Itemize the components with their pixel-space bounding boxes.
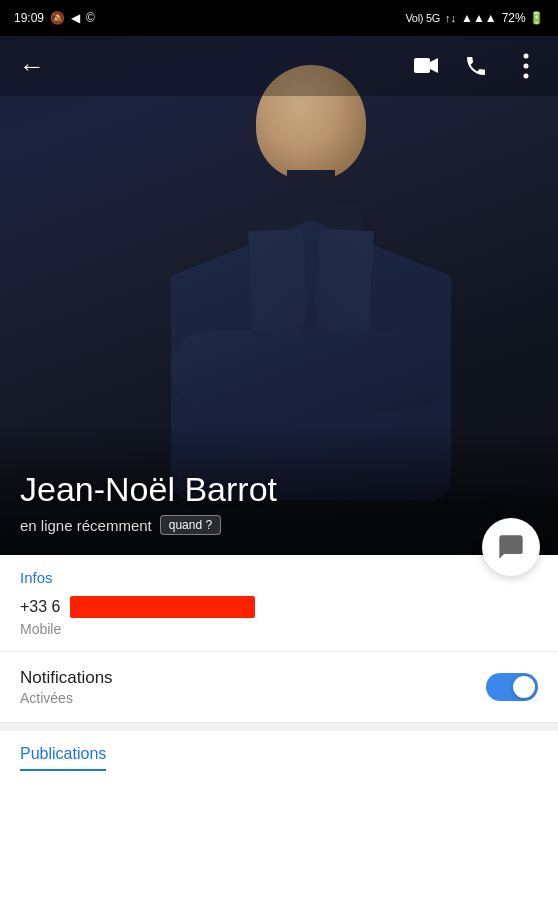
status-network-icon: ▲▲▲ [461,11,497,25]
content-area: Infos +33 6 Mobile Notifications Activée… [0,555,558,771]
svg-rect-0 [414,58,430,73]
svg-marker-1 [430,58,438,73]
svg-point-4 [524,74,529,79]
publications-section: Publications [0,731,558,771]
phone-call-button[interactable] [456,46,496,86]
person-arms [171,330,451,410]
toggle-thumb [513,676,535,698]
phone-redacted [70,596,255,618]
notifications-toggle[interactable] [486,673,538,701]
status-bar-right: Vol) 5G ↑↓ ▲▲▲ 72% 🔋 [405,11,544,25]
phone-row: +33 6 [20,596,538,618]
phone-label: Mobile [20,621,538,637]
publications-title[interactable]: Publications [20,745,106,771]
status-icon-ring: © [86,11,95,25]
status-bar: 19:09 🔕 ◀ © Vol) 5G ↑↓ ▲▲▲ 72% 🔋 [0,0,558,36]
profile-status-text: en ligne récemment [20,517,152,534]
profile-status-row: en ligne récemment quand ? [20,515,558,535]
section-divider [0,723,558,731]
more-options-button[interactable] [506,46,546,86]
message-fab-icon [497,533,525,561]
message-fab[interactable] [482,518,540,576]
status-time: 19:09 [14,11,44,25]
status-data-icon: ↑↓ [445,12,456,24]
status-bar-left: 19:09 🔕 ◀ © [14,11,95,25]
person-lapel-left [248,229,309,342]
back-button[interactable]: ← [12,46,52,86]
profile-status-badge[interactable]: quand ? [160,515,221,535]
notifications-section: Notifications Activées [0,652,558,723]
phone-prefix: +33 6 [20,598,60,616]
status-icon-silent: 🔕 [50,11,65,25]
toggle-switch[interactable] [486,673,538,701]
svg-point-3 [524,64,529,69]
profile-name: Jean-Noël Barrot [20,470,558,509]
video-call-button[interactable] [406,46,446,86]
notifications-left: Notifications Activées [20,668,113,706]
notifications-title: Notifications [20,668,113,688]
infos-title: Infos [20,569,538,586]
notifications-subtitle: Activées [20,690,113,706]
person-lapel-right [313,229,374,342]
status-signal-label: Vol) 5G [405,12,440,24]
profile-info-overlay: Jean-Noël Barrot en ligne récemment quan… [0,425,558,555]
profile-photo [151,65,471,465]
infos-section: Infos +33 6 Mobile [0,555,558,652]
app-bar: ← [0,36,558,96]
svg-point-2 [524,54,529,59]
status-icon-telegram: ◀ [71,11,80,25]
app-bar-actions [406,46,546,86]
status-battery: 72% 🔋 [502,11,544,25]
